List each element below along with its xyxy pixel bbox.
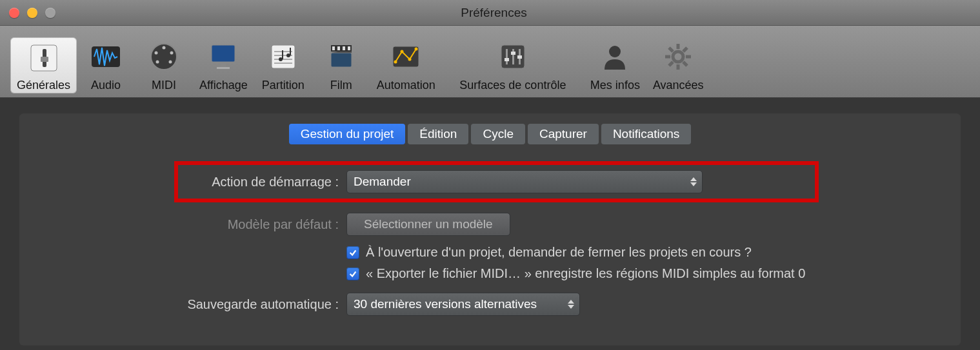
- svg-point-7: [170, 52, 174, 55]
- svg-rect-26: [337, 46, 340, 50]
- subtab-notifications[interactable]: Notifications: [601, 124, 692, 144]
- startup-action-label: Action de démarrage :: [19, 175, 346, 190]
- toolbar-tab-partition[interactable]: Partition: [254, 35, 312, 93]
- row-ask-close-projects: À l'ouverture d'un projet, demander de f…: [346, 245, 961, 260]
- svg-line-47: [669, 48, 673, 52]
- autosave-value: 30 dernières versions alternatives: [354, 297, 537, 311]
- svg-point-31: [401, 50, 404, 53]
- svg-rect-19: [282, 50, 283, 59]
- svg-rect-38: [505, 58, 509, 61]
- svg-point-8: [156, 61, 159, 64]
- person-icon: [597, 39, 633, 75]
- toolbar-tab-label: Surfaces de contrôle: [459, 79, 566, 92]
- select-template-button-label: Sélectionner un modèle: [364, 217, 493, 231]
- titlebar: Préférences: [0, 0, 980, 26]
- check-icon: [348, 269, 357, 278]
- toolbar-tab-film[interactable]: Film: [312, 35, 370, 93]
- window-title: Préférences: [17, 6, 971, 20]
- svg-line-48: [683, 62, 687, 66]
- svg-line-49: [683, 48, 687, 52]
- toolbar-tab-label: Partition: [262, 79, 305, 92]
- row-autosave: Sauvegarde automatique : 30 dernières ve…: [19, 293, 961, 316]
- switch-icon: [27, 41, 61, 75]
- stepper-arrows-icon: [689, 175, 698, 189]
- checkbox-export-midi-format0[interactable]: [346, 267, 359, 280]
- svg-rect-21: [290, 48, 291, 55]
- svg-rect-35: [506, 49, 508, 64]
- svg-point-42: [673, 52, 683, 62]
- svg-point-6: [155, 52, 158, 55]
- wave-icon: [88, 39, 124, 75]
- autosave-label: Sauvegarde automatique :: [19, 297, 346, 312]
- svg-rect-28: [348, 46, 350, 50]
- toolbar-tab-surfaces[interactable]: Surfaces de contrôle: [442, 35, 584, 93]
- toolbar-tab-midi[interactable]: MIDI: [135, 35, 193, 93]
- autosave-select[interactable]: 30 dernières versions alternatives: [346, 293, 580, 316]
- automation-icon: [388, 39, 424, 75]
- toolbar-tab-label: Audio: [91, 79, 121, 92]
- form-rows: Action de démarrage : Demander Modèle pa…: [19, 170, 961, 316]
- svg-rect-39: [511, 52, 515, 55]
- svg-line-50: [669, 62, 673, 66]
- toolbar-tab-audio[interactable]: Audio: [77, 35, 135, 93]
- startup-action-value: Demander: [354, 175, 411, 189]
- mixer-icon: [495, 39, 531, 75]
- toolbar-tab-label: Avancées: [653, 79, 704, 92]
- toolbar-tab-generales[interactable]: Générales: [10, 37, 77, 93]
- row-startup-action: Action de démarrage : Demander: [19, 170, 961, 193]
- gear-icon: [660, 39, 696, 75]
- svg-point-9: [169, 61, 172, 64]
- film-icon: [323, 39, 359, 75]
- subtab-capturer[interactable]: Capturer: [528, 124, 599, 144]
- subtab-edition[interactable]: Édition: [408, 124, 468, 144]
- toolbar-tab-label: Automation: [377, 79, 435, 92]
- svg-point-5: [163, 46, 166, 50]
- subtab-bar: Gestion du projet Édition Cycle Capturer…: [19, 124, 961, 144]
- svg-rect-25: [332, 46, 335, 50]
- preferences-panel: Gestion du projet Édition Cycle Capturer…: [19, 113, 961, 345]
- select-template-button[interactable]: Sélectionner un modèle: [346, 213, 510, 236]
- midi-icon: [146, 39, 182, 75]
- row-default-template: Modèle par défaut : Sélectionner un modè…: [19, 213, 961, 236]
- toolbar-tab-label: Mes infos: [590, 79, 640, 92]
- svg-point-32: [408, 58, 412, 61]
- svg-rect-2: [41, 57, 48, 62]
- svg-rect-22: [331, 53, 352, 67]
- score-icon: [265, 39, 301, 75]
- toolbar-tab-affichage[interactable]: Affichage: [193, 35, 254, 93]
- toolbar-tab-label: Film: [330, 79, 352, 92]
- svg-point-33: [415, 48, 418, 51]
- svg-rect-12: [217, 67, 230, 69]
- svg-rect-10: [212, 45, 235, 62]
- svg-rect-11: [221, 63, 226, 67]
- check-icon: [348, 248, 357, 257]
- svg-point-41: [609, 46, 621, 57]
- default-template-label: Modèle par défaut :: [19, 217, 346, 232]
- svg-point-30: [394, 61, 397, 64]
- toolbar-tab-label: Générales: [17, 79, 70, 92]
- stepper-arrows-icon: [566, 297, 575, 311]
- monitor-icon: [205, 39, 241, 75]
- svg-rect-27: [343, 46, 345, 50]
- startup-action-select[interactable]: Demander: [346, 170, 703, 193]
- row-export-midi-format0: « Exporter le fichier MIDI… » enregistre…: [346, 266, 961, 281]
- toolbar-tab-avancees[interactable]: Avancées: [646, 35, 710, 93]
- toolbar-tab-mesinfos[interactable]: Mes infos: [584, 35, 646, 93]
- toolbar-tab-automation[interactable]: Automation: [370, 35, 442, 93]
- checkbox-label: « Exporter le fichier MIDI… » enregistre…: [366, 266, 805, 281]
- subtab-cycle[interactable]: Cycle: [471, 124, 525, 144]
- svg-rect-36: [512, 49, 514, 64]
- toolbar-tab-label: Affichage: [199, 79, 248, 92]
- subtab-gestion-projet[interactable]: Gestion du projet: [289, 124, 406, 144]
- checkbox-ask-close-projects[interactable]: [346, 246, 359, 259]
- checkbox-label: À l'ouverture d'un projet, demander de f…: [366, 245, 752, 260]
- toolbar-tab-label: MIDI: [152, 79, 176, 92]
- toolbar: Générales Audio MIDI Affichage Partition…: [0, 26, 980, 98]
- svg-rect-40: [517, 55, 522, 59]
